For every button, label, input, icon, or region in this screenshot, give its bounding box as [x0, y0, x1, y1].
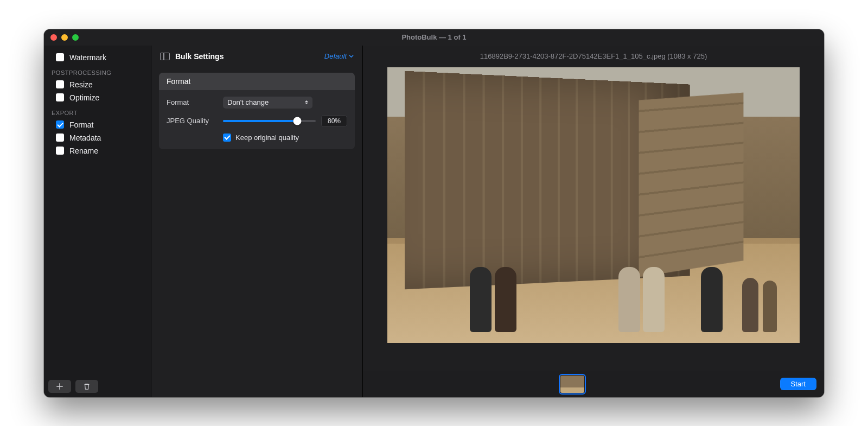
updown-icon	[305, 100, 308, 104]
quality-label: JPEG Quality	[167, 117, 215, 125]
keep-original-row[interactable]: Keep original quality	[223, 133, 347, 142]
sidebar-item-label: Rename	[69, 147, 98, 155]
preset-label: Default	[324, 52, 347, 60]
add-button[interactable]	[48, 380, 71, 393]
sidebar-item-label: Format	[69, 120, 93, 129]
sidebar-item-label: Resize	[69, 80, 93, 89]
slider-thumb[interactable]	[293, 117, 301, 125]
checkbox-resize[interactable]	[56, 80, 64, 88]
panel-icon	[160, 53, 170, 60]
checkbox-keep-original[interactable]	[223, 133, 231, 142]
preview-pane: 116892B9-2731-4203-872F-2D75142E3EF1_1_1…	[363, 46, 824, 397]
fullscreen-window-button[interactable]	[72, 34, 79, 41]
sidebar-item-rename[interactable]: Rename	[44, 144, 151, 157]
quality-row: JPEG Quality 80%	[167, 115, 347, 127]
format-row: Format Don't change	[167, 97, 347, 109]
preview-image-wrap	[363, 67, 824, 371]
slider-fill	[223, 120, 297, 122]
sidebar-footer	[44, 376, 151, 397]
sidebar-item-watermark[interactable]: Watermark	[44, 51, 151, 64]
plus-icon	[56, 383, 63, 390]
preview-filename: 116892B9-2731-4203-872F-2D75142E3EF1_1_1…	[363, 46, 824, 67]
sidebar-item-label: Metadata	[69, 133, 101, 142]
thumbnail-strip	[371, 376, 775, 393]
sidebar-item-label: Optimize	[69, 93, 99, 102]
sidebar-item-label: Watermark	[69, 53, 106, 62]
preview-image	[387, 67, 800, 344]
sidebar-item-optimize[interactable]: Optimize	[44, 91, 151, 104]
settings-panel: Bulk Settings Default Format Format Don'…	[151, 46, 363, 397]
sidebar-item-metadata[interactable]: Metadata	[44, 131, 151, 144]
checkbox-optimize[interactable]	[56, 93, 64, 101]
settings-title: Bulk Settings	[175, 52, 319, 61]
sidebar-group-postprocessing: POSTPROCESSING	[44, 64, 151, 78]
preset-dropdown[interactable]: Default	[324, 52, 354, 60]
quality-slider[interactable]	[223, 120, 316, 122]
checkbox-rename[interactable]	[56, 147, 64, 155]
settings-header: Bulk Settings Default	[151, 46, 362, 67]
chevron-down-icon	[349, 54, 354, 59]
format-card: Format Format Don't change JPEG Quality	[159, 73, 355, 149]
format-select-value: Don't change	[227, 98, 269, 106]
titlebar: PhotoBulk — 1 of 1	[44, 29, 824, 46]
preview-footer: Start	[363, 371, 824, 397]
keep-original-label: Keep original quality	[235, 133, 299, 142]
sidebar-list: Watermark POSTPROCESSING Resize Optimize…	[44, 46, 151, 376]
start-button[interactable]: Start	[780, 378, 816, 390]
format-select[interactable]: Don't change	[223, 97, 312, 109]
card-title: Format	[159, 73, 355, 90]
app-window: PhotoBulk — 1 of 1 Watermark POSTPROCESS…	[44, 29, 824, 397]
traffic-lights	[50, 34, 79, 41]
sidebar-item-format[interactable]: Format	[44, 118, 151, 131]
delete-button[interactable]	[75, 380, 98, 393]
window-title: PhotoBulk — 1 of 1	[44, 33, 824, 41]
thumbnail-1[interactable]	[560, 376, 584, 393]
quality-value[interactable]: 80%	[321, 115, 347, 127]
trash-icon	[83, 383, 91, 390]
sidebar: Watermark POSTPROCESSING Resize Optimize…	[44, 46, 151, 397]
sidebar-group-export: EXPORT	[44, 104, 151, 118]
minimize-window-button[interactable]	[61, 34, 68, 41]
close-window-button[interactable]	[50, 34, 57, 41]
format-label: Format	[167, 98, 215, 106]
checkbox-format[interactable]	[56, 120, 64, 129]
checkbox-metadata[interactable]	[56, 133, 64, 142]
checkbox-watermark[interactable]	[56, 53, 64, 61]
settings-body: Format Format Don't change JPEG Quality	[151, 67, 362, 155]
sidebar-item-resize[interactable]: Resize	[44, 78, 151, 91]
main-body: Watermark POSTPROCESSING Resize Optimize…	[44, 46, 824, 397]
